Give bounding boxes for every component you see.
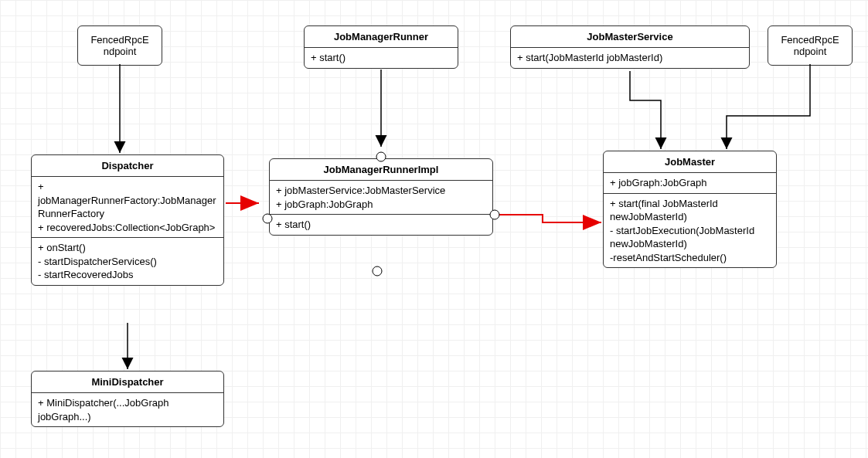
edge-jms-jobmaster — [630, 71, 661, 149]
lollipop-jmri-top — [376, 152, 386, 161]
connectors-layer — [0, 0, 868, 458]
lollipop-jmri-bottom — [373, 266, 382, 276]
lollipop-jmri-left — [263, 214, 272, 223]
edge-fre2-jobmaster — [727, 64, 810, 149]
edge-jmri-jobmaster-red — [495, 215, 601, 222]
lollipop-jmri-right — [490, 210, 499, 219]
